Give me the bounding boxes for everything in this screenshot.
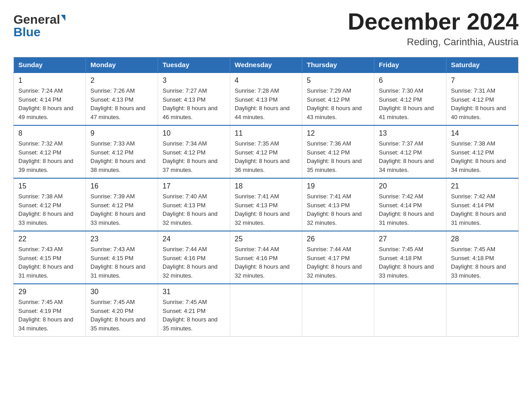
- day-info: Sunrise: 7:37 AMSunset: 4:12 PMDaylight:…: [379, 139, 442, 174]
- day-info: Sunrise: 7:42 AMSunset: 4:14 PMDaylight:…: [451, 192, 514, 227]
- day-info: Sunrise: 7:35 AMSunset: 4:12 PMDaylight:…: [235, 139, 297, 174]
- day-info: Sunrise: 7:34 AMSunset: 4:12 PMDaylight:…: [163, 139, 225, 174]
- day-info: Sunrise: 7:40 AMSunset: 4:13 PMDaylight:…: [163, 192, 225, 227]
- day-info: Sunrise: 7:38 AMSunset: 4:12 PMDaylight:…: [451, 139, 514, 174]
- calendar-cell: 4 Sunrise: 7:28 AMSunset: 4:13 PMDayligh…: [230, 73, 302, 125]
- calendar-cell: 27 Sunrise: 7:45 AMSunset: 4:18 PMDaylig…: [374, 231, 446, 284]
- day-info: Sunrise: 7:45 AMSunset: 4:21 PMDaylight:…: [163, 298, 225, 333]
- day-number: 29: [18, 288, 81, 296]
- calendar-cell: 21 Sunrise: 7:42 AMSunset: 4:14 PMDaylig…: [446, 178, 519, 231]
- day-number: 10: [163, 129, 225, 137]
- calendar-cell: 29 Sunrise: 7:45 AMSunset: 4:19 PMDaylig…: [14, 284, 86, 337]
- day-info: Sunrise: 7:41 AMSunset: 4:13 PMDaylight:…: [235, 192, 297, 227]
- day-info: Sunrise: 7:27 AMSunset: 4:13 PMDaylight:…: [163, 86, 225, 121]
- day-header-saturday: Saturday: [446, 57, 519, 73]
- day-header-sunday: Sunday: [14, 57, 86, 73]
- day-info: Sunrise: 7:44 AMSunset: 4:16 PMDaylight:…: [235, 245, 297, 280]
- calendar-cell: 28 Sunrise: 7:45 AMSunset: 4:18 PMDaylig…: [446, 231, 519, 284]
- calendar-week-row: 29 Sunrise: 7:45 AMSunset: 4:19 PMDaylig…: [14, 284, 519, 337]
- day-number: 20: [379, 182, 442, 190]
- day-info: Sunrise: 7:45 AMSunset: 4:19 PMDaylight:…: [18, 298, 81, 333]
- day-number: 31: [163, 288, 225, 296]
- day-info: Sunrise: 7:26 AMSunset: 4:13 PMDaylight:…: [90, 86, 153, 121]
- logo: General Blue: [13, 13, 65, 39]
- calendar-cell: 16 Sunrise: 7:39 AMSunset: 4:12 PMDaylig…: [86, 178, 158, 231]
- calendar-cell: [230, 284, 302, 337]
- calendar-week-row: 15 Sunrise: 7:38 AMSunset: 4:12 PMDaylig…: [14, 178, 519, 231]
- day-number: 17: [163, 182, 225, 190]
- day-number: 25: [235, 235, 297, 243]
- day-info: Sunrise: 7:33 AMSunset: 4:12 PMDaylight:…: [90, 139, 153, 174]
- calendar-cell: 22 Sunrise: 7:43 AMSunset: 4:15 PMDaylig…: [14, 231, 86, 284]
- day-number: 13: [379, 129, 442, 137]
- calendar-cell: [446, 284, 519, 337]
- day-number: 28: [451, 235, 514, 243]
- day-info: Sunrise: 7:45 AMSunset: 4:20 PMDaylight:…: [90, 298, 153, 333]
- day-number: 26: [307, 235, 369, 243]
- day-info: Sunrise: 7:29 AMSunset: 4:12 PMDaylight:…: [307, 86, 369, 121]
- day-info: Sunrise: 7:31 AMSunset: 4:12 PMDaylight:…: [451, 86, 514, 121]
- day-info: Sunrise: 7:43 AMSunset: 4:15 PMDaylight:…: [18, 245, 81, 280]
- day-number: 7: [451, 77, 514, 85]
- calendar-cell: 17 Sunrise: 7:40 AMSunset: 4:13 PMDaylig…: [158, 178, 230, 231]
- calendar-cell: 12 Sunrise: 7:36 AMSunset: 4:12 PMDaylig…: [302, 125, 374, 178]
- calendar-cell: 24 Sunrise: 7:44 AMSunset: 4:16 PMDaylig…: [158, 231, 230, 284]
- calendar-cell: [302, 284, 374, 337]
- calendar-header-row: SundayMondayTuesdayWednesdayThursdayFrid…: [14, 57, 519, 73]
- day-info: Sunrise: 7:30 AMSunset: 4:12 PMDaylight:…: [379, 86, 442, 121]
- logo-arrow-icon: [61, 15, 65, 21]
- day-info: Sunrise: 7:43 AMSunset: 4:15 PMDaylight:…: [90, 245, 153, 280]
- day-info: Sunrise: 7:39 AMSunset: 4:12 PMDaylight:…: [90, 192, 153, 227]
- calendar-cell: [374, 284, 446, 337]
- day-number: 27: [379, 235, 442, 243]
- day-info: Sunrise: 7:44 AMSunset: 4:17 PMDaylight:…: [307, 245, 369, 280]
- calendar-cell: 13 Sunrise: 7:37 AMSunset: 4:12 PMDaylig…: [374, 125, 446, 178]
- day-number: 3: [163, 77, 225, 85]
- calendar-cell: 19 Sunrise: 7:41 AMSunset: 4:13 PMDaylig…: [302, 178, 374, 231]
- calendar-week-row: 8 Sunrise: 7:32 AMSunset: 4:12 PMDayligh…: [14, 125, 519, 178]
- calendar-cell: 25 Sunrise: 7:44 AMSunset: 4:16 PMDaylig…: [230, 231, 302, 284]
- day-number: 16: [90, 182, 153, 190]
- day-header-wednesday: Wednesday: [230, 57, 302, 73]
- logo-general: General: [13, 13, 60, 26]
- day-number: 24: [163, 235, 225, 243]
- day-number: 21: [451, 182, 514, 190]
- calendar-cell: 7 Sunrise: 7:31 AMSunset: 4:12 PMDayligh…: [446, 73, 519, 125]
- calendar-cell: 10 Sunrise: 7:34 AMSunset: 4:12 PMDaylig…: [158, 125, 230, 178]
- calendar-cell: 14 Sunrise: 7:38 AMSunset: 4:12 PMDaylig…: [446, 125, 519, 178]
- calendar-cell: 26 Sunrise: 7:44 AMSunset: 4:17 PMDaylig…: [302, 231, 374, 284]
- day-info: Sunrise: 7:32 AMSunset: 4:12 PMDaylight:…: [18, 139, 81, 174]
- logo-blue: Blue: [13, 26, 41, 39]
- day-number: 15: [18, 182, 81, 190]
- day-number: 18: [235, 182, 297, 190]
- calendar-cell: 11 Sunrise: 7:35 AMSunset: 4:12 PMDaylig…: [230, 125, 302, 178]
- calendar-cell: 31 Sunrise: 7:45 AMSunset: 4:21 PMDaylig…: [158, 284, 230, 337]
- calendar-cell: 5 Sunrise: 7:29 AMSunset: 4:12 PMDayligh…: [302, 73, 374, 125]
- day-info: Sunrise: 7:24 AMSunset: 4:14 PMDaylight:…: [18, 86, 81, 121]
- day-info: Sunrise: 7:42 AMSunset: 4:14 PMDaylight:…: [379, 192, 442, 227]
- day-info: Sunrise: 7:36 AMSunset: 4:12 PMDaylight:…: [307, 139, 369, 174]
- calendar-week-row: 1 Sunrise: 7:24 AMSunset: 4:14 PMDayligh…: [14, 73, 519, 125]
- calendar-cell: 1 Sunrise: 7:24 AMSunset: 4:14 PMDayligh…: [14, 73, 86, 125]
- day-info: Sunrise: 7:41 AMSunset: 4:13 PMDaylight:…: [307, 192, 369, 227]
- day-info: Sunrise: 7:38 AMSunset: 4:12 PMDaylight:…: [18, 192, 81, 227]
- day-number: 5: [307, 77, 369, 85]
- calendar-subtitle: Reding, Carinthia, Austria: [348, 36, 519, 48]
- title-block: December 2024 Reding, Carinthia, Austria: [348, 9, 519, 48]
- day-info: Sunrise: 7:28 AMSunset: 4:13 PMDaylight:…: [235, 86, 297, 121]
- calendar-cell: 20 Sunrise: 7:42 AMSunset: 4:14 PMDaylig…: [374, 178, 446, 231]
- day-info: Sunrise: 7:45 AMSunset: 4:18 PMDaylight:…: [379, 245, 442, 280]
- calendar-cell: 2 Sunrise: 7:26 AMSunset: 4:13 PMDayligh…: [86, 73, 158, 125]
- day-number: 23: [90, 235, 153, 243]
- day-info: Sunrise: 7:45 AMSunset: 4:18 PMDaylight:…: [451, 245, 514, 280]
- day-number: 1: [18, 77, 81, 85]
- calendar-cell: 3 Sunrise: 7:27 AMSunset: 4:13 PMDayligh…: [158, 73, 230, 125]
- day-number: 11: [235, 129, 297, 137]
- day-number: 2: [90, 77, 153, 85]
- day-number: 8: [18, 129, 81, 137]
- calendar-cell: 9 Sunrise: 7:33 AMSunset: 4:12 PMDayligh…: [86, 125, 158, 178]
- day-number: 4: [235, 77, 297, 85]
- day-number: 14: [451, 129, 514, 137]
- day-number: 6: [379, 77, 442, 85]
- calendar-cell: 23 Sunrise: 7:43 AMSunset: 4:15 PMDaylig…: [86, 231, 158, 284]
